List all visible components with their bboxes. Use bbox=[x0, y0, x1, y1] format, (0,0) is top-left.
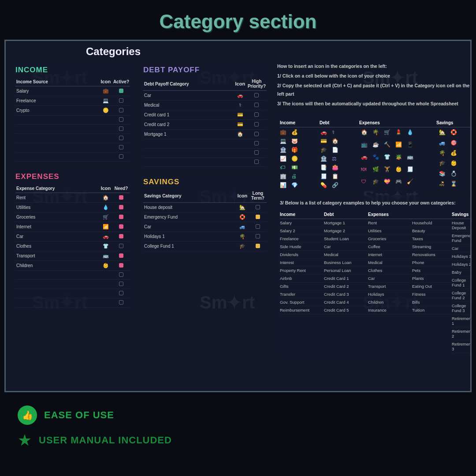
palette-icon[interactable]: 🚙 bbox=[439, 140, 446, 147]
table-row[interactable]: Holidays 1🌴 bbox=[143, 232, 267, 242]
cell-icon[interactable]: 🚙 bbox=[236, 222, 249, 232]
cell-checkbox[interactable] bbox=[112, 298, 130, 308]
palette-icon[interactable]: 💝 bbox=[384, 178, 391, 188]
cell-icon[interactable] bbox=[99, 280, 112, 289]
cell-name[interactable] bbox=[143, 149, 234, 158]
palette-income[interactable]: 💼💰💻🐷🏦🎁📈🪙🏷💵🏢🖨📊💎 bbox=[280, 129, 320, 188]
palette-icon[interactable]: 🔨 bbox=[384, 141, 391, 151]
palette-icon[interactable]: 📋 bbox=[332, 173, 339, 179]
cell-checkbox[interactable] bbox=[112, 289, 130, 298]
palette-icon[interactable]: 🧹 bbox=[407, 178, 414, 188]
cell-checkbox[interactable] bbox=[247, 91, 267, 100]
table-row[interactable]: Credit card 2💳 bbox=[143, 120, 267, 130]
cell-checkbox[interactable] bbox=[249, 242, 267, 251]
palette-icon[interactable]: 🛟 bbox=[450, 129, 457, 137]
palette-icon[interactable]: 🛒 bbox=[384, 129, 391, 139]
cell-icon[interactable] bbox=[99, 134, 112, 143]
cell-icon[interactable]: 💳 bbox=[234, 120, 247, 130]
palette-icon[interactable]: 🧾 bbox=[320, 173, 327, 179]
table-row[interactable]: Clothes👕 bbox=[15, 242, 130, 251]
cell-name[interactable]: Holidays 1 bbox=[143, 232, 236, 242]
palette-icon[interactable]: 👶 bbox=[450, 160, 457, 167]
palette-icon[interactable]: 🚗 bbox=[361, 154, 368, 164]
cell-icon[interactable] bbox=[99, 115, 112, 125]
cell-icon[interactable]: 🛒 bbox=[99, 212, 112, 222]
cell-name[interactable] bbox=[15, 125, 99, 134]
cell-name[interactable]: Medical bbox=[143, 100, 234, 110]
palette-icon[interactable]: 🏠 bbox=[361, 129, 368, 139]
cell-name[interactable] bbox=[143, 158, 234, 167]
cell-icon[interactable]: 🚗 bbox=[234, 91, 247, 100]
cell-checkbox[interactable] bbox=[249, 203, 267, 212]
palette-icon[interactable]: 🎮 bbox=[395, 178, 402, 188]
palette-icon[interactable]: 🏦 bbox=[320, 156, 327, 162]
cell-checkbox[interactable] bbox=[112, 212, 130, 222]
palette-icon[interactable]: 💧 bbox=[407, 129, 414, 139]
cell-name[interactable]: Salary bbox=[15, 86, 99, 96]
table-row[interactable]: Groceries🛒 bbox=[15, 212, 130, 222]
cell-checkbox[interactable] bbox=[112, 152, 130, 162]
cell-name[interactable] bbox=[15, 298, 99, 308]
cell-icon[interactable]: 🛟 bbox=[236, 212, 249, 222]
palette-savings[interactable]: 🏡🛟🚙🎯🌴💰🎓👶📚💍🏖⌛ bbox=[439, 129, 472, 188]
table-row[interactable]: Utilities💧 bbox=[15, 203, 130, 212]
palette-icon[interactable]: 🎓 bbox=[372, 178, 379, 188]
palette-icon[interactable]: 👛 bbox=[332, 164, 339, 171]
cell-icon[interactable] bbox=[234, 149, 247, 158]
cell-icon[interactable]: 💧 bbox=[99, 203, 112, 212]
cell-checkbox[interactable] bbox=[112, 271, 130, 280]
cell-name[interactable] bbox=[15, 152, 99, 162]
table-row[interactable]: Freelance💻 bbox=[15, 96, 130, 106]
cell-checkbox[interactable] bbox=[112, 134, 130, 143]
table-row[interactable]: Credit card 1💳 bbox=[143, 110, 267, 120]
palette-icon[interactable]: 🐷 bbox=[291, 138, 298, 144]
palette-icon[interactable]: 🪴 bbox=[395, 154, 402, 164]
cell-icon[interactable] bbox=[234, 158, 247, 167]
cell-icon[interactable]: 🚗 bbox=[99, 232, 112, 242]
table-row[interactable]: Car🚗 bbox=[143, 91, 267, 100]
palette-icon[interactable]: 🚌 bbox=[407, 154, 414, 164]
palette-icon[interactable]: ⚕ bbox=[332, 129, 339, 135]
cell-icon[interactable] bbox=[99, 143, 112, 152]
palette-icon[interactable]: 💄 bbox=[395, 129, 402, 139]
table-row[interactable]: Transport🚌 bbox=[15, 251, 130, 261]
cell-icon[interactable]: 💻 bbox=[99, 96, 112, 106]
cell-checkbox[interactable] bbox=[247, 100, 267, 110]
palette-icon[interactable]: 🎓 bbox=[320, 147, 327, 153]
cell-icon[interactable] bbox=[99, 289, 112, 298]
palette-icon[interactable]: 🏡 bbox=[439, 129, 446, 137]
cell-icon[interactable]: 🚌 bbox=[99, 251, 112, 261]
palette-icon[interactable]: 🏢 bbox=[280, 173, 287, 179]
cell-checkbox[interactable] bbox=[247, 149, 267, 158]
cell-checkbox[interactable] bbox=[112, 106, 130, 115]
table-row[interactable]: Medical⚕ bbox=[143, 100, 267, 110]
cell-name[interactable]: House deposit bbox=[143, 203, 236, 212]
palette-icon[interactable]: 🎓 bbox=[439, 160, 446, 167]
palette-icon[interactable]: 🏦 bbox=[280, 147, 287, 153]
palette-icon[interactable]: 🌴 bbox=[439, 150, 446, 157]
table-row[interactable]: College Fund 1🎓 bbox=[143, 242, 267, 251]
cell-checkbox[interactable] bbox=[112, 115, 130, 125]
cell-name[interactable]: College Fund 1 bbox=[143, 242, 236, 251]
table-row[interactable]: Emergency Fund🛟 bbox=[143, 212, 267, 222]
cell-name[interactable]: Crypto bbox=[15, 106, 99, 115]
cell-icon[interactable]: 🏡 bbox=[236, 203, 249, 212]
cell-icon[interactable]: 🪙 bbox=[99, 106, 112, 115]
cell-checkbox[interactable] bbox=[112, 86, 130, 96]
table-row[interactable] bbox=[143, 139, 267, 149]
palette-icon[interactable]: 📺 bbox=[361, 141, 368, 151]
cell-icon[interactable] bbox=[99, 125, 112, 134]
cell-name[interactable] bbox=[15, 280, 99, 289]
cell-name[interactable] bbox=[15, 134, 99, 143]
cell-icon[interactable]: 💳 bbox=[234, 110, 247, 120]
cell-checkbox[interactable] bbox=[249, 222, 267, 232]
palette-icon[interactable]: 🏠 bbox=[332, 138, 339, 144]
table-row[interactable] bbox=[15, 115, 130, 125]
cell-name[interactable]: Car bbox=[143, 91, 234, 100]
cell-icon[interactable]: 👶 bbox=[99, 261, 112, 271]
table-row[interactable] bbox=[15, 298, 130, 308]
cell-name[interactable]: Car bbox=[15, 232, 99, 242]
palette-expenses[interactable]: 🏠🌴🛒💄💧📺☕🔨📶📱🚗🐾👕🪴🚌🍽🌿🏋👶🧾🛡🎓💝🎮🧹 bbox=[361, 129, 438, 188]
table-row[interactable] bbox=[143, 149, 267, 158]
palette-icon[interactable]: ⚖ bbox=[332, 156, 339, 162]
